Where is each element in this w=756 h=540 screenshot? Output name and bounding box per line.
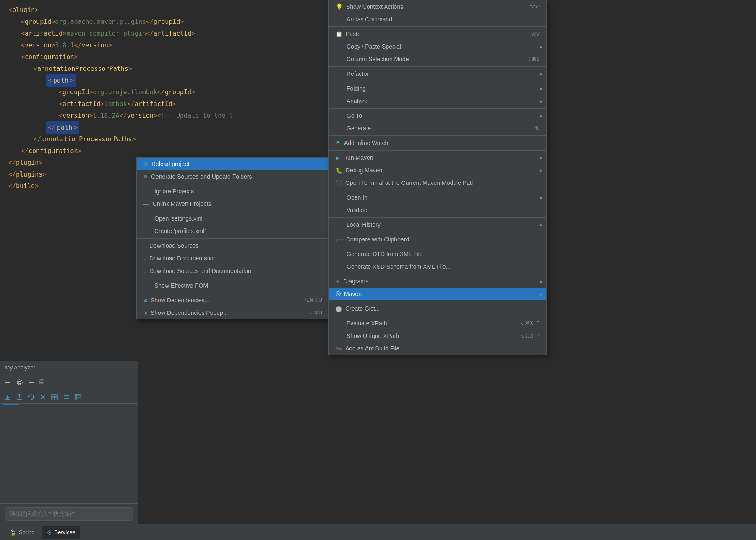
menu-item-unlink[interactable]: — Unlink Maven Projects [137, 197, 329, 210]
run-icon: ▶ [336, 155, 340, 161]
dl-sources-icon: ↓ [143, 243, 146, 249]
compare-icon: ⟺ [336, 236, 343, 242]
menu-item-open-settings[interactable]: Open 'settings.xml' [137, 212, 329, 225]
menu-right-label-paste: Paste [346, 31, 361, 37]
menu-right-open-terminal[interactable]: ⬛ Open Terminal at the Current Maven Mod… [329, 177, 546, 189]
menu-right-label-gen-dtd: Generate DTD from XML File [347, 251, 423, 257]
code-line-3: <artifactId>maven-compiler-plugin</artif… [0, 28, 327, 39]
menu-right-local-history[interactable]: Local History [329, 218, 546, 231]
active-indicator [3, 404, 19, 405]
menu-right-maven[interactable]: Ⓜ Maven [329, 288, 546, 300]
menu-right-add-watch[interactable]: 👁 Add Inline Watch [329, 137, 546, 149]
menu-right-label-add-ant: Add as Ant Build File [345, 345, 399, 352]
menu-right-validate[interactable]: Validate [329, 204, 546, 216]
menu-right-label-debug-maven: Debug Maven [346, 167, 382, 174]
download-btn[interactable] [3, 392, 13, 402]
ai-input-field[interactable] [5, 507, 133, 521]
panel-toolbar-1: 通 [0, 374, 138, 390]
menu-right-gen-xsd[interactable]: Generate XSD Schema from XML File... [329, 260, 546, 273]
menu-right-label-open-in: Open In [347, 194, 368, 201]
add-icon[interactable] [3, 378, 13, 387]
menu-right-compare-clipboard[interactable]: ⟺ Compare with Clipboard [329, 233, 546, 246]
cut-btn[interactable] [38, 392, 48, 402]
menu-right-diagrams[interactable]: ⊞ Diagrams [329, 275, 546, 288]
tab-spring[interactable]: 🍃 Spring [4, 526, 40, 539]
menu-item-create-profiles[interactable]: Create 'profiles.xml' [137, 225, 329, 237]
menu-item-generate[interactable]: ⚙ Generate Sources and Update Folders [137, 170, 329, 183]
svg-rect-13 [52, 397, 54, 400]
divider-right-1 [329, 26, 546, 27]
menu-right-analyze[interactable]: Analyze [329, 95, 546, 107]
bulb-icon: 💡 [336, 3, 343, 10]
tab-services-label: Services [55, 529, 76, 535]
menu-right-show-context[interactable]: 💡 Show Context Actions ⌥↩ [329, 0, 546, 13]
menu-right-label-analyze: Analyze [347, 98, 368, 104]
menu-right-eval-xpath[interactable]: Evaluate XPath... ⌥⌘X, E [329, 317, 546, 330]
menu-label-show-deps: Show Dependencies... [151, 297, 209, 304]
grid-btn[interactable] [50, 392, 60, 402]
menu-right-label-validate: Validate [347, 207, 368, 213]
code-line-6: <annotationProcessorPaths> [0, 63, 327, 75]
menu-right-label-column: Column Selection Mode [347, 56, 409, 62]
code-line-1: <plugin> [0, 4, 327, 16]
menu-right-goto[interactable]: Go To [329, 109, 546, 122]
list-btn[interactable] [73, 392, 83, 402]
remove-icon[interactable] [27, 378, 36, 387]
divider-right-2 [329, 66, 546, 67]
menu-right-generate[interactable]: Generate... ^N [329, 122, 546, 135]
align-btn[interactable] [61, 392, 71, 402]
svg-point-3 [17, 380, 22, 385]
github-icon: ⬤ [336, 306, 342, 312]
menu-label-dl-docs: Download Documentation [149, 255, 216, 262]
menu-divider-5 [137, 293, 329, 293]
refresh-btn[interactable] [26, 392, 36, 402]
menu-right-arthas[interactable]: Arthas Command [329, 13, 546, 26]
menu-item-download-both[interactable]: ↓ Download Sources and Documentation [137, 265, 329, 277]
reload-icon: ⟳ [143, 161, 148, 167]
divider-right-9 [329, 232, 546, 232]
menu-item-reload[interactable]: ⟳ Reload project [137, 158, 329, 170]
menu-item-show-deps-popup[interactable]: ⊞ Show Dependencies Popup... ⌥⌘U [137, 306, 329, 319]
shortcut-column: ⇧⌘8 [527, 56, 540, 62]
clipboard-icon: 📋 [336, 31, 342, 37]
menu-right-show-unique-xpath[interactable]: Show Unique XPath ⌥⌘X, P [329, 330, 546, 342]
menu-right-gen-dtd[interactable]: Generate DTD from XML File [329, 248, 546, 260]
settings-icon[interactable] [15, 378, 24, 387]
menu-item-ignore[interactable]: Ignore Projects [137, 185, 329, 197]
menu-label-create-profiles: Create 'profiles.xml' [154, 228, 206, 234]
menu-right-label-diagrams: Diagrams [343, 278, 368, 285]
code-line-10: <version>1.18.24</version> <!-- Update t… [0, 110, 327, 122]
menu-right-label-gen-xsd: Generate XSD Schema from XML File... [347, 263, 451, 270]
panel-tab-label: ncy Analyzer [4, 364, 35, 371]
menu-item-show-deps[interactable]: ⊞ Show Dependencies... ⌥⌘⇧U [137, 294, 329, 306]
menu-right-run-maven[interactable]: ▶ Run Maven [329, 151, 546, 164]
code-line-4: <version>3.8.1</version> [0, 39, 327, 51]
context-menu-maven: ⟳ Reload project ⚙ Generate Sources and … [136, 157, 329, 319]
upload-btn[interactable] [14, 392, 24, 402]
menu-right-open-in[interactable]: Open In [329, 191, 546, 204]
svg-rect-12 [55, 394, 57, 397]
code-line-13: </configuration> [0, 145, 327, 157]
menu-right-add-ant[interactable]: 🐜 Add as Ant Build File [329, 342, 546, 355]
menu-right-label-eval-xpath: Evaluate XPath... [347, 320, 392, 327]
divider-right-7 [329, 190, 546, 190]
menu-label-reload: Reload project [151, 161, 189, 167]
menu-right-folding[interactable]: Folding [329, 82, 546, 95]
menu-label-open-settings: Open 'settings.xml' [154, 215, 203, 222]
divider-right-12 [329, 301, 546, 301]
shortcut-generate: ^N [534, 125, 540, 131]
menu-divider-1 [137, 184, 329, 184]
menu-right-paste[interactable]: 📋 Paste ⌘V [329, 28, 546, 40]
code-line-2: <groupId>org.apache.maven.plugins</group… [0, 16, 327, 28]
menu-right-label-create-gist: Create Gist... [345, 305, 380, 312]
menu-item-show-pom[interactable]: Show Effective POM [137, 279, 329, 292]
menu-right-create-gist[interactable]: ⬤ Create Gist... [329, 302, 546, 315]
menu-right-debug-maven[interactable]: 🐛 Debug Maven [329, 164, 546, 177]
menu-item-download-docs[interactable]: ↓ Download Documentation [137, 252, 329, 265]
menu-right-copy-paste-special[interactable]: Copy / Paste Special [329, 40, 546, 53]
menu-label-dl-both: Download Sources and Documentation [149, 267, 251, 274]
menu-right-refactor[interactable]: Refactor [329, 68, 546, 80]
menu-item-download-sources[interactable]: ↓ Download Sources [137, 239, 329, 252]
menu-right-column-selection[interactable]: Column Selection Mode ⇧⌘8 [329, 53, 546, 65]
tab-services[interactable]: ⚙ Services [42, 526, 81, 539]
